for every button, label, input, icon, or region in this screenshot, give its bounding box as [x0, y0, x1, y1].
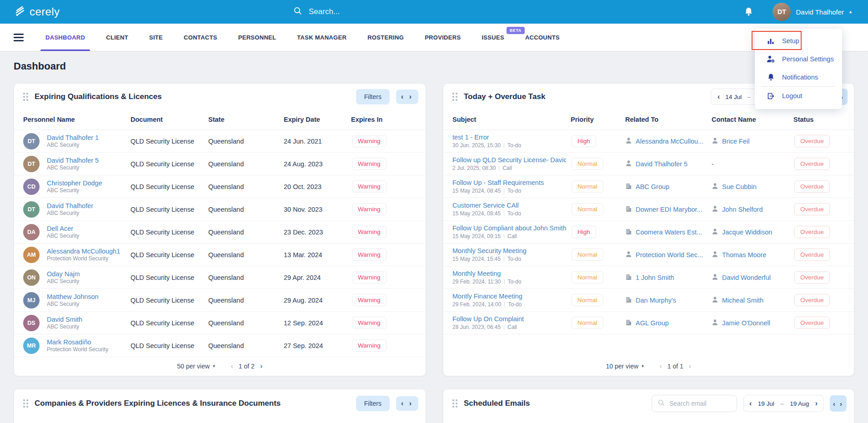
user-avatar[interactable]: DT: [773, 3, 791, 21]
email-date-range-picker[interactable]: ‹ 19 Jul – 19 Aug ›: [743, 395, 823, 412]
filters-button[interactable]: Filters: [356, 396, 390, 411]
task-subject-link[interactable]: Monthly Security Meeting: [452, 247, 566, 254]
user-name[interactable]: David Thalhofer: [796, 8, 844, 16]
drag-handle-icon[interactable]: [23, 93, 28, 101]
personnel-name-link[interactable]: Alessandra McCullough1: [47, 247, 120, 255]
date-prev-icon[interactable]: ‹: [717, 93, 720, 101]
table-row[interactable]: ON Oday Najm ABC Security QLD Security L…: [14, 266, 426, 289]
panel-prev-next-button[interactable]: ‹ ›: [830, 395, 847, 412]
related-to-link[interactable]: AGL Group: [636, 319, 669, 327]
table-row[interactable]: Follow Up - Staff Requirements 15 May 20…: [443, 175, 854, 198]
table-row[interactable]: Follow Up On Complaint 28 Jun. 2023, 06:…: [443, 312, 854, 334]
task-subject-link[interactable]: Follow Up Compliant about John Smiths: [452, 224, 566, 232]
personnel-name-link[interactable]: Dell Acer: [47, 224, 79, 233]
nav-tab[interactable]: PROVIDERS: [414, 24, 471, 51]
related-to-link[interactable]: ABC Group: [636, 183, 669, 190]
personnel-name-link[interactable]: David Smith: [47, 315, 82, 323]
drag-handle-icon[interactable]: [452, 399, 457, 408]
task-subject-link[interactable]: Follow up QLD Security License- David Th: [452, 156, 566, 164]
table-row[interactable]: Follow up QLD Security License- David Th…: [443, 153, 854, 175]
related-to-link[interactable]: Downer EDI Marybor...: [636, 206, 702, 213]
related-to-link[interactable]: Alessandra McCullou...: [636, 138, 703, 145]
drag-handle-icon[interactable]: [23, 399, 28, 408]
personnel-name-link[interactable]: Oday Najm: [47, 270, 80, 278]
table-row[interactable]: Follow Up Compliant about John Smiths 15…: [443, 221, 854, 244]
contact-name-link[interactable]: David Wonderful: [722, 274, 771, 281]
related-to-link[interactable]: Coomera Waters Est...: [636, 229, 702, 236]
table-row[interactable]: MJ Matthew Johnson ABC Security QLD Secu…: [14, 289, 426, 312]
personnel-name-link[interactable]: Christopher Dodge: [47, 179, 102, 187]
table-row[interactable]: DS David Smith ABC Security QLD Security…: [14, 312, 426, 334]
panel-prev-next-button[interactable]: ‹ ›: [396, 396, 418, 411]
contact-name-link[interactable]: Jacque Widdison: [722, 229, 772, 236]
nav-tab[interactable]: CLIENT: [95, 24, 139, 51]
date-next-icon[interactable]: ›: [815, 399, 818, 408]
contact-name-link[interactable]: Sue Cubbin: [722, 183, 757, 190]
personnel-name-link[interactable]: David Thalhofer 5: [47, 156, 99, 164]
table-row[interactable]: MR Mark Rosadiño Protection World Securi…: [14, 334, 426, 357]
table-row[interactable]: test 1 - Error 30 Jun. 2025, 15:30 To-do…: [443, 130, 854, 153]
nav-tab[interactable]: ACCOUNTS: [515, 24, 570, 51]
related-to-link[interactable]: 1 John Smith: [636, 274, 674, 281]
user-menu-caret-icon[interactable]: ▲: [848, 10, 853, 14]
page-prev-icon[interactable]: ‹: [231, 362, 233, 371]
task-subject-link[interactable]: Follow Up On Complaint: [452, 315, 566, 323]
drag-handle-icon[interactable]: [452, 93, 457, 101]
task-subject-link[interactable]: test 1 - Error: [452, 134, 566, 141]
global-search-input[interactable]: [309, 7, 454, 16]
page-next-icon[interactable]: ›: [260, 362, 263, 371]
global-search[interactable]: [293, 0, 454, 24]
personnel-name-link[interactable]: David Thalhofer 1: [47, 134, 99, 142]
table-row[interactable]: DA Dell Acer ABC Security QLD Security L…: [14, 221, 426, 244]
nav-tab[interactable]: ISSUES BETA: [471, 24, 514, 51]
related-to-link[interactable]: Protection World Sec...: [636, 251, 703, 259]
related-to-link[interactable]: David Thalhofer 5: [636, 160, 687, 168]
panel-prev-next-button[interactable]: ‹ ›: [396, 90, 418, 104]
task-subject-link[interactable]: Monthly Meeting: [452, 270, 566, 277]
email-search-input[interactable]: [669, 400, 728, 407]
nav-tab[interactable]: SITE: [139, 24, 173, 51]
brand-logo[interactable]: cerely: [14, 5, 60, 19]
task-subject-link[interactable]: Montly Finance Meeting: [452, 293, 566, 300]
contact-name-link[interactable]: -: [712, 160, 714, 168]
page-next-icon[interactable]: ›: [689, 362, 692, 371]
table-row[interactable]: DT David Thalhofer ABC Security QLD Secu…: [14, 198, 426, 221]
hamburger-menu-icon[interactable]: [14, 34, 24, 41]
user-menu-item[interactable]: Notifications: [755, 68, 842, 86]
contact-name-link[interactable]: Thomas Moore: [722, 251, 767, 259]
table-row[interactable]: Monthly Meeting 29 Feb. 2024, 11:30 To-d…: [443, 266, 854, 289]
date-prev-icon[interactable]: ‹: [749, 399, 752, 408]
notifications-bell-icon[interactable]: [744, 7, 753, 17]
filters-button[interactable]: Filters: [356, 89, 390, 105]
contact-name-link[interactable]: Micheal Smith: [722, 297, 763, 304]
table-row[interactable]: Monthly Security Meeting 15 May 2024, 15…: [443, 244, 854, 266]
per-view-dropdown[interactable]: 10 per view ▾: [606, 363, 644, 370]
personnel-name-link[interactable]: David Thalhofer: [47, 202, 93, 210]
nav-tab[interactable]: DASHBOARD: [35, 24, 95, 51]
table-row[interactable]: DT David Thalhofer 1 ABC Security QLD Se…: [14, 130, 426, 153]
nav-tab[interactable]: TASK MANAGER: [286, 24, 357, 51]
user-menu-item[interactable]: Logout: [755, 87, 842, 105]
contact-name-link[interactable]: John Shelford: [722, 206, 763, 213]
table-footer: 50 per view ▾ ‹ 1 of 2 ›: [14, 356, 426, 376]
nav-tab[interactable]: CONTACTS: [173, 24, 228, 51]
personnel-name-link[interactable]: Mark Rosadiño: [47, 338, 108, 346]
email-search-box[interactable]: [652, 395, 737, 412]
table-row[interactable]: CD Christopher Dodge ABC Security QLD Se…: [14, 175, 426, 198]
page-prev-icon[interactable]: ‹: [659, 362, 662, 371]
table-row[interactable]: DT David Thalhofer 5 ABC Security QLD Se…: [14, 153, 426, 175]
table-row[interactable]: Montly Finance Meeting 29 Feb. 2024, 14:…: [443, 289, 854, 312]
contact-name-link[interactable]: Jamie O'Donnell: [722, 319, 770, 327]
contact-name-link[interactable]: Brice Feil: [722, 138, 749, 145]
related-to-link[interactable]: Dan Murphy's: [636, 297, 676, 304]
nav-tab[interactable]: PERSONNEL: [228, 24, 287, 51]
nav-tab[interactable]: ROSTERING: [357, 24, 414, 51]
user-menu-item[interactable]: Setup: [755, 32, 842, 50]
personnel-name-link[interactable]: Matthew Johnson: [47, 293, 99, 301]
task-subject-link[interactable]: Follow Up - Staff Requirements: [452, 179, 566, 186]
table-row[interactable]: AM Alessandra McCullough1 Protection Wor…: [14, 244, 426, 266]
user-menu-item[interactable]: Personal Settings: [755, 50, 842, 68]
table-row[interactable]: Customer Service CAll 15 May 2024, 08:45…: [443, 198, 854, 221]
task-subject-link[interactable]: Customer Service CAll: [452, 202, 566, 209]
per-view-dropdown[interactable]: 50 per view ▾: [177, 363, 216, 370]
